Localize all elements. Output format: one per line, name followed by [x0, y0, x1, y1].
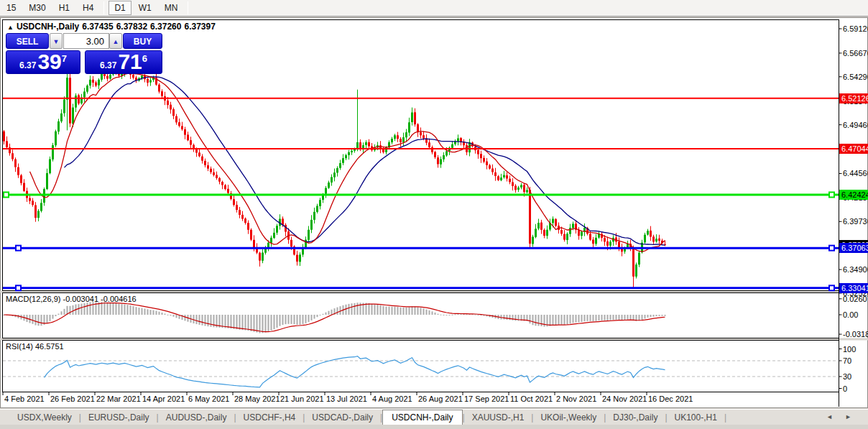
line-handle[interactable] [829, 246, 834, 251]
sell-price-box[interactable]: 6.37 39 7 [6, 50, 80, 74]
price-axis-tick: 6.59120 [843, 24, 868, 33]
mt4-terminal: 15M30H1H4D1W1MN ▲USDCNH-,Daily6.374356.3… [0, 0, 868, 429]
rsi-axis-tick: 30 [843, 372, 851, 381]
date-axis-label: 26 Aug 2021 [418, 395, 463, 403]
ohlc-low: 6.37260 [150, 22, 181, 32]
rsi-axis-tick: 100 [843, 345, 856, 354]
chart-tab-xauusdh1[interactable]: XAUUSD-,H1 [465, 410, 532, 425]
chart-tab-uk100h1[interactable]: UK100-,H1 [668, 410, 724, 425]
line-handle[interactable] [4, 192, 9, 197]
macd-axis-tick: 0.02607 [843, 295, 868, 303]
price-axis-tick: 6.34900 [843, 265, 868, 274]
chart-tab-dj30daily[interactable]: DJ30-,Daily [606, 410, 665, 425]
line-handle[interactable] [16, 246, 21, 251]
ohlc-open: 6.37435 [82, 22, 113, 32]
rsi-legend: RSI(14) 46.5751 [6, 342, 64, 351]
chart-title: ▲USDCNH-,Daily6.374356.378326.372606.373… [7, 22, 218, 32]
date-axis-label: 14 Apr 2021 [142, 395, 185, 403]
macd-legend: MACD(12,26,9) -0.003041 -0.004616 [6, 295, 137, 303]
price-axis-tick: 6.49460 [843, 121, 868, 129]
price-badge-6.47044: 6.47044 [839, 144, 868, 154]
sell-price-big: 39 [37, 51, 61, 73]
chart-tab-eurusddaily[interactable]: EURUSD-,Daily [81, 410, 157, 425]
chart-tab-usdcnhdaily[interactable]: USDCNH-,Daily [382, 410, 462, 425]
rsi-axis-tick: 70 [843, 356, 851, 365]
date-axis-label: 13 Jul 2021 [326, 395, 367, 403]
rsi-axis-tick: 0 [843, 384, 847, 393]
ohlc-close: 6.37397 [184, 22, 215, 32]
volume-increase-button[interactable]: ▲ [109, 33, 122, 49]
date-axis-label: 17 Sep 2021 [464, 395, 509, 403]
ohlc-high: 6.37832 [116, 22, 147, 32]
price-axis-tick: 6.56670 [843, 49, 868, 57]
sell-price-prefix: 6.37 [19, 60, 36, 70]
date-axis-label: 21 Jun 2021 [280, 395, 324, 403]
price-axis-tick: 6.44560 [843, 169, 868, 177]
chart-tab-usdcaddaily[interactable]: USDCAD-,Daily [305, 410, 380, 425]
volume-input[interactable] [63, 33, 109, 49]
date-axis-label: 28 May 2021 [234, 395, 280, 403]
buy-price-big: 71 [118, 51, 142, 73]
date-axis-label: 4 Aug 2021 [372, 395, 412, 403]
chart-tab-ukoilweekly[interactable]: UKOil-,Weekly [533, 410, 604, 425]
chart-tab-audusddaily[interactable]: AUDUSD-,Daily [159, 410, 234, 425]
tab-separator: | [724, 410, 726, 425]
line-handle[interactable] [16, 285, 21, 290]
collapse-quote-panel-icon[interactable]: ▲ [7, 24, 14, 31]
date-axis-label: 16 Dec 2021 [648, 395, 693, 403]
volume-decrease-button[interactable]: ▼ [50, 33, 63, 49]
buy-button[interactable]: BUY [123, 33, 162, 49]
price-badge-6.37063: 6.37063 [839, 243, 868, 253]
date-axis-label: 26 Feb 2021 [50, 395, 95, 403]
chart-tab-usdchfh4[interactable]: USDCHF-,H4 [236, 410, 303, 425]
line-handle[interactable] [829, 192, 834, 197]
buy-price-prefix: 6.37 [100, 60, 116, 70]
date-axis-label: 11 Oct 2021 [510, 395, 553, 403]
price-badge-6.33041: 6.33041 [839, 283, 868, 293]
date-axis-label: 24 Nov 2021 [602, 395, 647, 403]
sell-button[interactable]: SELL [6, 33, 49, 49]
date-axis-label: 4 Feb 2021 [4, 395, 45, 403]
macd-axis-tick: -0.03187 [843, 330, 868, 338]
price-axis-tick: 6.39730 [843, 217, 868, 226]
date-axis-label: 22 Mar 2021 [96, 395, 141, 403]
date-axis-label: 2 Nov 2021 [556, 395, 596, 403]
price-badge-6.52126: 6.52126 [839, 93, 868, 103]
symbol-period-label: USDCNH-,Daily [17, 22, 79, 32]
date-axis-label: 6 May 2021 [188, 395, 229, 403]
buy-price-sup: 6 [142, 53, 147, 64]
buy-price-box[interactable]: 6.37 71 6 [85, 50, 162, 74]
chart-tab-usdxweekly[interactable]: USDX,Weekly [10, 410, 79, 425]
sell-price-sup: 7 [62, 53, 67, 64]
tab-scroll-left-icon[interactable]: ◄ [826, 413, 833, 420]
tab-scroll-right-icon[interactable]: ► [845, 413, 851, 420]
line-handle[interactable] [829, 285, 834, 290]
chart-tab-bar: USDX,Weekly|EURUSD-,Daily|AUDUSD-,Daily|… [0, 409, 868, 425]
price-axis-tick: 6.54290 [843, 73, 868, 81]
macd-axis-tick: 0.00 [843, 310, 858, 319]
price-badge-6.42424: 6.42424 [839, 190, 868, 200]
bottom-strip [0, 425, 868, 429]
